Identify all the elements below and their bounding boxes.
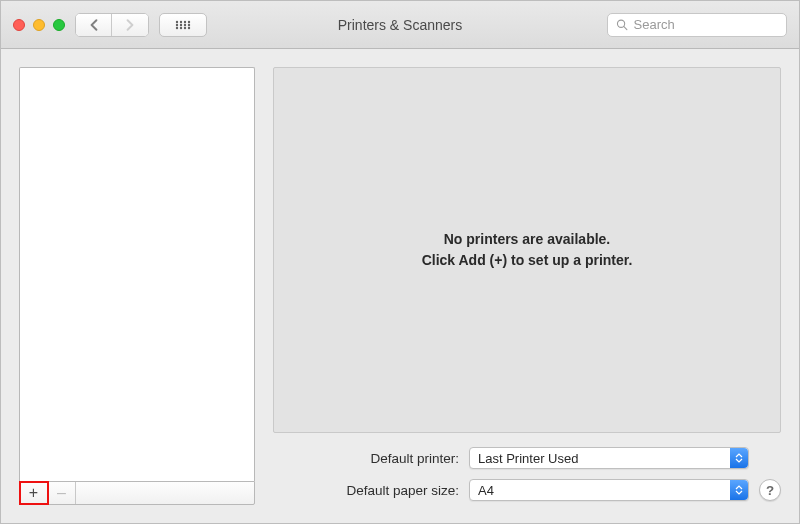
svg-point-4 [176, 23, 178, 25]
default-printer-select[interactable]: Last Printer Used [469, 447, 749, 469]
search-field[interactable] [607, 13, 787, 37]
svg-point-7 [188, 23, 190, 25]
svg-point-0 [176, 20, 178, 22]
chevron-up-down-icon [730, 448, 748, 468]
titlebar: Printers & Scanners [1, 1, 799, 49]
search-input[interactable] [634, 17, 778, 32]
default-printer-label: Default printer: [273, 451, 459, 466]
svg-line-13 [624, 27, 627, 30]
empty-state-panel: No printers are available. Click Add (+)… [273, 67, 781, 433]
help-icon: ? [766, 483, 774, 498]
show-all-button[interactable] [159, 13, 207, 37]
svg-point-5 [180, 23, 182, 25]
forward-button[interactable] [112, 14, 148, 36]
zoom-icon[interactable] [53, 19, 65, 31]
default-paper-value: A4 [478, 483, 494, 498]
minus-icon: – [57, 485, 66, 501]
chevron-up-down-icon [730, 480, 748, 500]
svg-point-2 [184, 20, 186, 22]
close-icon[interactable] [13, 19, 25, 31]
grid-icon [175, 20, 191, 30]
printer-list-sidebar: + – [19, 67, 255, 505]
help-button[interactable]: ? [759, 479, 781, 501]
svg-point-8 [176, 26, 178, 28]
nav-back-forward [75, 13, 149, 37]
svg-point-1 [180, 20, 182, 22]
default-paper-label: Default paper size: [273, 483, 459, 498]
list-footer: + – [19, 481, 255, 505]
default-paper-select[interactable]: A4 [469, 479, 749, 501]
back-button[interactable] [76, 14, 112, 36]
window-controls [13, 19, 65, 31]
remove-printer-button: – [48, 482, 76, 504]
svg-point-6 [184, 23, 186, 25]
empty-state-line1: No printers are available. [444, 229, 611, 250]
empty-state-line2: Click Add (+) to set up a printer. [422, 250, 633, 271]
search-icon [616, 18, 628, 31]
printer-list[interactable] [19, 67, 255, 481]
minimize-icon[interactable] [33, 19, 45, 31]
svg-point-10 [184, 26, 186, 28]
svg-point-11 [188, 26, 190, 28]
default-printer-value: Last Printer Used [478, 451, 578, 466]
add-printer-button[interactable]: + [20, 482, 48, 504]
svg-point-3 [188, 20, 190, 22]
svg-point-9 [180, 26, 182, 28]
plus-icon: + [29, 485, 38, 501]
